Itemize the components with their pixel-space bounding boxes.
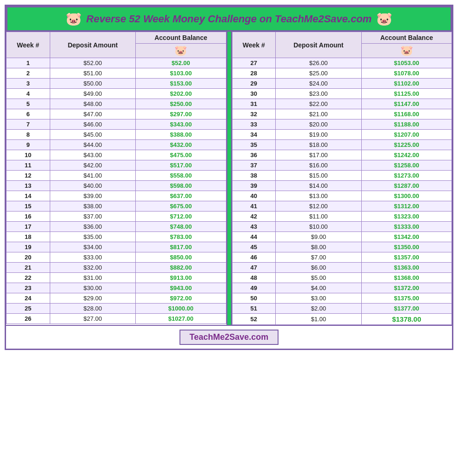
deposit-cell: $12.00 bbox=[276, 201, 362, 212]
header: 🐷 Reverse 52 Week Money Challenge on Tea… bbox=[6, 6, 452, 32]
left-balance-header-text: Account Balance bbox=[136, 32, 226, 44]
week-cell: 41 bbox=[232, 201, 276, 212]
week-cell: 43 bbox=[232, 222, 276, 232]
table-row: 22$31.00$913.00 bbox=[7, 273, 226, 283]
balance-cell: $1027.00 bbox=[136, 314, 226, 324]
table-row: 32$21.00$1168.00 bbox=[232, 109, 452, 119]
balance-cell: $52.00 bbox=[136, 58, 226, 68]
week-cell: 39 bbox=[232, 181, 276, 191]
week-cell: 22 bbox=[7, 273, 50, 283]
deposit-cell: $3.00 bbox=[276, 293, 362, 304]
balance-cell: $1357.00 bbox=[361, 252, 451, 263]
table-row: 11$42.00$517.00 bbox=[7, 160, 226, 171]
week-cell: 46 bbox=[232, 252, 276, 263]
balance-cell: $1000.00 bbox=[136, 304, 226, 314]
table-row: 14$39.00$637.00 bbox=[7, 191, 226, 201]
balance-cell: $675.00 bbox=[136, 201, 226, 212]
week-cell: 5 bbox=[7, 99, 50, 109]
table-row: 46$7.00$1357.00 bbox=[232, 252, 452, 263]
deposit-cell: $47.00 bbox=[50, 109, 136, 119]
week-cell: 34 bbox=[232, 130, 276, 140]
deposit-cell: $48.00 bbox=[50, 99, 136, 109]
page-wrapper: 🐷 Reverse 52 Week Money Challenge on Tea… bbox=[5, 5, 453, 350]
table-row: 45$8.00$1350.00 bbox=[232, 242, 452, 252]
week-cell: 52 bbox=[232, 314, 276, 325]
deposit-cell: $23.00 bbox=[276, 89, 362, 99]
week-cell: 42 bbox=[232, 212, 276, 222]
table-row: 38$15.00$1273.00 bbox=[232, 171, 452, 181]
week-cell: 25 bbox=[7, 304, 50, 314]
week-cell: 50 bbox=[232, 293, 276, 304]
balance-cell: $558.00 bbox=[136, 171, 226, 181]
table-row: 31$22.00$1147.00 bbox=[232, 99, 452, 109]
deposit-cell: $34.00 bbox=[50, 242, 136, 252]
balance-cell: $1363.00 bbox=[361, 263, 451, 273]
deposit-cell: $13.00 bbox=[276, 191, 362, 201]
deposit-cell: $2.00 bbox=[276, 304, 362, 314]
balance-cell: $1207.00 bbox=[361, 130, 451, 140]
week-cell: 36 bbox=[232, 150, 276, 160]
deposit-cell: $14.00 bbox=[276, 181, 362, 191]
table-row: 51$2.00$1377.00 bbox=[232, 304, 452, 314]
balance-cell: $153.00 bbox=[136, 79, 226, 89]
week-cell: 16 bbox=[7, 212, 50, 222]
deposit-cell: $35.00 bbox=[50, 232, 136, 242]
deposit-cell: $10.00 bbox=[276, 222, 362, 232]
deposit-cell: $31.00 bbox=[50, 273, 136, 283]
deposit-cell: $6.00 bbox=[276, 263, 362, 273]
table-row: 12$41.00$558.00 bbox=[7, 171, 226, 181]
week-cell: 15 bbox=[7, 201, 50, 212]
balance-cell: $1147.00 bbox=[361, 99, 451, 109]
deposit-cell: $27.00 bbox=[50, 314, 136, 324]
week-cell: 23 bbox=[7, 283, 50, 293]
table-row: 47$6.00$1363.00 bbox=[232, 263, 452, 273]
deposit-cell: $43.00 bbox=[50, 150, 136, 160]
balance-cell: $250.00 bbox=[136, 99, 226, 109]
week-cell: 26 bbox=[7, 314, 50, 324]
right-balance-header-text: Account Balance bbox=[361, 32, 451, 44]
deposit-cell: $42.00 bbox=[50, 160, 136, 171]
week-cell: 44 bbox=[232, 232, 276, 242]
week-cell: 17 bbox=[7, 222, 50, 232]
balance-cell: $1372.00 bbox=[361, 283, 451, 293]
deposit-cell: $17.00 bbox=[276, 150, 362, 160]
week-cell: 37 bbox=[232, 160, 276, 171]
table-row: 34$19.00$1207.00 bbox=[232, 130, 452, 140]
table-row: 43$10.00$1333.00 bbox=[232, 222, 452, 232]
week-cell: 18 bbox=[7, 232, 50, 242]
table-row: 21$32.00$882.00 bbox=[7, 263, 226, 273]
deposit-cell: $19.00 bbox=[276, 130, 362, 140]
left-deposit-header: Deposit Amount bbox=[50, 32, 136, 58]
pig-right-icon: 🐷 bbox=[376, 11, 392, 26]
balance-cell: $343.00 bbox=[136, 119, 226, 130]
week-cell: 33 bbox=[232, 119, 276, 130]
left-table: Week # Deposit Amount Account Balance 🐷 … bbox=[6, 32, 226, 325]
table-row: 30$23.00$1125.00 bbox=[232, 89, 452, 99]
deposit-cell: $7.00 bbox=[276, 252, 362, 263]
balance-cell: $202.00 bbox=[136, 89, 226, 99]
balance-cell: $1225.00 bbox=[361, 140, 451, 150]
week-cell: 6 bbox=[7, 109, 50, 119]
table-row: 8$45.00$388.00 bbox=[7, 130, 226, 140]
deposit-cell: $28.00 bbox=[50, 304, 136, 314]
deposit-cell: $9.00 bbox=[276, 232, 362, 242]
week-cell: 32 bbox=[232, 109, 276, 119]
deposit-cell: $45.00 bbox=[50, 130, 136, 140]
deposit-cell: $33.00 bbox=[50, 252, 136, 263]
week-cell: 12 bbox=[7, 171, 50, 181]
table-row: 15$38.00$675.00 bbox=[7, 201, 226, 212]
balance-cell: $1323.00 bbox=[361, 212, 451, 222]
table-row: 7$46.00$343.00 bbox=[7, 119, 226, 130]
balance-cell: $1377.00 bbox=[361, 304, 451, 314]
table-row: 35$18.00$1225.00 bbox=[232, 140, 452, 150]
balance-cell: $1342.00 bbox=[361, 232, 451, 242]
deposit-cell: $20.00 bbox=[276, 119, 362, 130]
table-row: 18$35.00$783.00 bbox=[7, 232, 226, 242]
table-row: 16$37.00$712.00 bbox=[7, 212, 226, 222]
balance-cell: $850.00 bbox=[136, 252, 226, 263]
table-row: 33$20.00$1188.00 bbox=[232, 119, 452, 130]
deposit-cell: $26.00 bbox=[276, 58, 362, 68]
table-row: 50$3.00$1375.00 bbox=[232, 293, 452, 304]
week-cell: 35 bbox=[232, 140, 276, 150]
table-row: 6$47.00$297.00 bbox=[7, 109, 226, 119]
